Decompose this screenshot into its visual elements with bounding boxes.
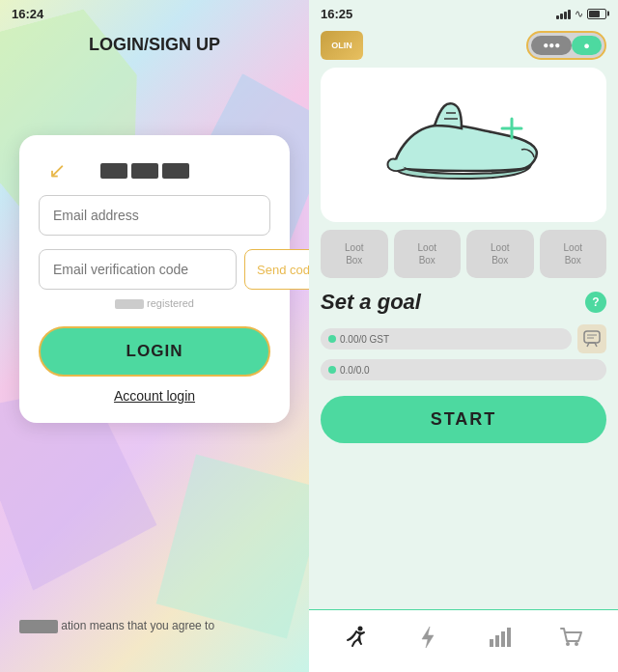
censor-block-2 [131, 163, 158, 179]
status-icons: ∿ [556, 8, 606, 20]
wifi-icon: ∿ [575, 8, 583, 20]
registered-censor [115, 299, 144, 309]
goal-progress-bar-2: 0.0/0.0 [321, 359, 606, 380]
svg-rect-12 [507, 628, 511, 647]
loot-box-2[interactable]: LootBox [394, 230, 462, 278]
bg-shape-5 [156, 455, 309, 639]
signal-bar-3 [564, 12, 567, 19]
signal-bars-icon [556, 8, 571, 19]
run-icon [343, 624, 370, 651]
time-left: 16:24 [12, 7, 43, 21]
bottom-text-line: ation means that you agree to [19, 619, 290, 633]
censored-name [100, 163, 189, 179]
registered-text: registered [147, 297, 194, 309]
goal-row-2: 0.0/0.0 [321, 359, 606, 380]
login-card: ↙ Send code registered LOGIN Account log… [19, 135, 290, 423]
feedback-icon[interactable] [577, 324, 606, 353]
loot-boxes-row: LootBox LootBox LootBox LootBox [309, 230, 618, 278]
time-right: 16:25 [321, 7, 352, 21]
goal-text-1: 0.00/0 GST [340, 334, 389, 345]
loot-box-1[interactable]: LootBox [321, 230, 388, 278]
svg-point-14 [575, 642, 578, 646]
svg-rect-9 [490, 639, 493, 647]
sneaker-card [321, 68, 606, 222]
svg-marker-8 [422, 627, 434, 648]
censor-block-1 [100, 163, 127, 179]
right-panel: 16:25 ∿ OLIN ●●● ● [309, 0, 618, 672]
censor-block-3 [162, 163, 189, 179]
goal-dot-2 [328, 366, 336, 374]
sneaker-image [377, 92, 550, 198]
registered-hint: registered [39, 297, 270, 309]
svg-rect-10 [495, 635, 499, 647]
nav-item-cart[interactable] [535, 618, 606, 657]
email-input[interactable] [39, 195, 270, 236]
account-login-link[interactable]: Account login [39, 388, 270, 404]
set-goal-header: Set a goal ? [321, 290, 606, 315]
bottom-text-area: ation means that you agree to [19, 619, 290, 633]
signal-bar-1 [556, 15, 559, 19]
toggle-option-2[interactable]: ● [572, 36, 602, 55]
set-goal-section: Set a goal ? 0.00/0 GST 0.0/0.0 [309, 290, 618, 609]
nav-item-chart[interactable] [464, 618, 535, 657]
cart-icon [557, 624, 584, 651]
login-button[interactable]: LOGIN [39, 326, 270, 377]
olin-badge: OLIN [321, 31, 363, 60]
toggle-switch[interactable]: ●●● ● [526, 31, 606, 60]
svg-rect-11 [501, 631, 505, 647]
flash-icon [414, 624, 441, 651]
verification-input[interactable] [39, 249, 237, 290]
nav-item-run[interactable] [321, 618, 392, 657]
svg-rect-4 [584, 331, 600, 343]
top-bar-right: OLIN ●●● ● [309, 27, 618, 68]
page-title: LOGIN/SIGN UP [0, 35, 309, 55]
svg-point-13 [566, 642, 570, 646]
verification-row: Send code [39, 249, 270, 290]
set-goal-title: Set a goal [321, 290, 421, 315]
loot-box-3[interactable]: LootBox [466, 230, 534, 278]
start-button[interactable]: START [321, 396, 606, 443]
goal-text-2: 0.0/0.0 [340, 365, 370, 376]
battery-fill [589, 11, 600, 17]
left-panel: 16:24 LOGIN/SIGN UP ↙ Send code register… [0, 0, 309, 672]
goal-dot-1 [328, 335, 336, 343]
battery-icon [587, 9, 606, 19]
goal-progress-bar-1: 0.00/0 GST [321, 328, 572, 350]
send-code-button[interactable]: Send code [244, 249, 309, 290]
signal-bar-4 [568, 10, 571, 19]
loot-box-4[interactable]: LootBox [540, 230, 607, 278]
signal-bar-2 [560, 14, 563, 19]
status-bar-left: 16:24 [0, 0, 309, 27]
arrow-icon: ↙ [48, 158, 66, 183]
arrow-hint: ↙ [39, 158, 270, 183]
help-button[interactable]: ? [585, 292, 606, 313]
bottom-text-content: ation means that you agree to [61, 619, 214, 632]
bottom-nav [309, 609, 618, 672]
goal-row-1: 0.00/0 GST [321, 324, 606, 353]
nav-item-flash[interactable] [392, 618, 464, 657]
chart-icon [486, 624, 513, 651]
olin-label: OLIN [331, 41, 352, 50]
svg-point-7 [358, 627, 363, 631]
toggle-option-1[interactable]: ●●● [531, 36, 572, 55]
status-bar-right: 16:25 ∿ [309, 0, 618, 27]
bottom-censor [19, 620, 58, 633]
